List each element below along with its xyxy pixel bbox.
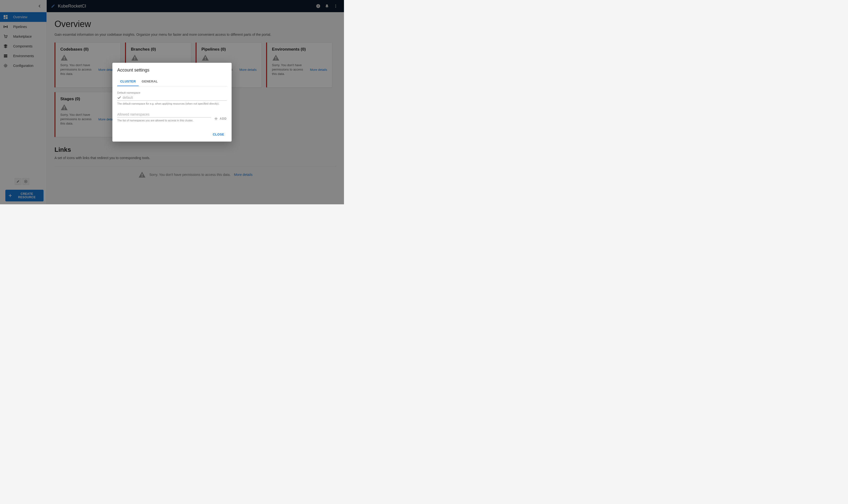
default-namespace-field: Default namespace The default namespace … xyxy=(117,91,227,105)
dialog-actions: CLOSE xyxy=(117,131,227,138)
dialog-title: Account settings xyxy=(117,68,227,73)
modal-overlay[interactable]: Account settings CLUSTER GENERAL Default… xyxy=(0,0,344,204)
allowed-namespaces-input[interactable] xyxy=(117,112,211,116)
allowed-namespaces-field: The list of namespaces you are allowed t… xyxy=(117,111,211,122)
add-label: ADD xyxy=(220,117,227,121)
field-label: Default namespace xyxy=(117,91,227,94)
tab-cluster[interactable]: CLUSTER xyxy=(117,77,139,86)
add-namespace-button[interactable]: ADD xyxy=(214,117,227,122)
close-button[interactable]: CLOSE xyxy=(211,131,227,138)
default-namespace-input[interactable] xyxy=(123,95,227,100)
field-helper: The list of namespaces you are allowed t… xyxy=(117,119,211,122)
dialog-tabs: CLUSTER GENERAL xyxy=(117,77,227,86)
plus-icon xyxy=(214,117,218,121)
account-settings-dialog: Account settings CLUSTER GENERAL Default… xyxy=(112,63,232,142)
tab-general[interactable]: GENERAL xyxy=(139,77,161,86)
check-icon xyxy=(117,95,121,100)
allowed-namespaces-row: The list of namespaces you are allowed t… xyxy=(117,111,227,122)
field-helper: The default namespace for e.g. when appl… xyxy=(117,102,227,105)
